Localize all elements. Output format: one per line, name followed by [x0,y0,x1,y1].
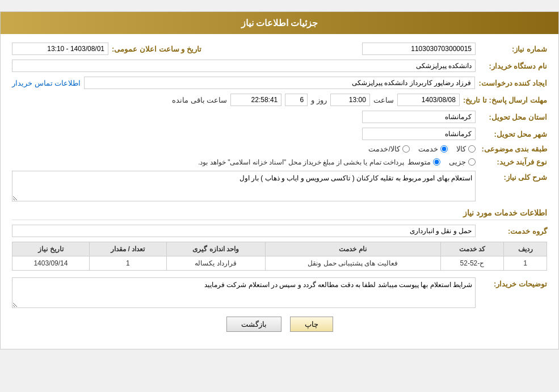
days-label: روز و [311,96,327,104]
remaining-label: ساعت باقی مانده [172,96,227,104]
category-row: طبقه بندی موضوعی: کالا خدمت کالا/خدمت [12,145,547,153]
announce-date-label: تاریخ و ساعت اعلان عمومی: [112,45,201,53]
days-input[interactable] [285,94,308,106]
province-label: استان محل تحویل: [479,113,547,121]
col-service-name: نام خدمت [265,242,440,256]
time-label: ساعت [373,96,394,104]
general-desc-label: شرح کلی نیاز: [479,171,547,182]
radio-jozei[interactable]: جزیی [449,158,476,166]
button-group: چاپ بازگشت [12,317,547,340]
purchase-type-row: نوع فرآیند خرید: جزیی متوسط پرداخت تمام … [12,158,547,166]
table-body: 1 ح-52-52 فعالیت های پشتیبانی حمل ونقل ق… [12,256,547,271]
announce-date-input[interactable] [12,43,108,55]
buyer-notes-label: توضیحات خریدار: [479,277,547,288]
request-number-input[interactable] [362,43,476,55]
buyer-org-input[interactable] [12,60,476,72]
province-row: استان محل تحویل: [12,111,547,123]
table-header: ردیف کد خدمت نام خدمت واحد اندازه گیری ت… [12,242,547,256]
cell-service-code: ح-52-52 [440,256,504,271]
requester-input[interactable] [84,77,475,89]
col-date: تاریخ نیاز [12,242,90,256]
radio-motavaset[interactable]: متوسط [407,158,440,166]
city-input[interactable] [362,128,476,140]
request-number-label: شماره نیاز: [479,45,547,53]
category-label: طبقه بندی موضوعی: [479,145,547,153]
col-service-code: کد خدمت [440,242,504,256]
contact-info-link[interactable]: اطلاعات تماس خریدار [12,79,81,87]
deadline-date-input[interactable] [397,94,460,106]
table-row: 1 ح-52-52 فعالیت های پشتیبانی حمل ونقل ق… [12,256,547,271]
deadline-label: مهلت ارسال پاسخ: تا تاریخ: [463,96,547,104]
buyer-org-label: نام دستگاه خریدار: [479,62,547,70]
general-desc-textarea[interactable]: استعلام بهای امور مربوط به تقلیه کارکنان… [12,171,476,201]
requester-label: ایجاد کننده درخواست: [478,79,547,87]
radio-kala[interactable]: کالا [456,145,476,153]
city-label: شهر محل تحویل: [479,130,547,138]
col-row-num: ردیف [504,242,547,256]
buyer-notes-section: توضیحات خریدار: شرایط استعلام بها پیوست … [12,277,547,308]
cell-row-num: 1 [504,256,547,271]
deadline-time-input[interactable] [330,94,370,106]
buyer-org-row: نام دستگاه خریدار: [12,60,547,72]
services-section-title: اطلاعات خدمات مورد نیاز [12,208,547,220]
general-desc-section: شرح کلی نیاز: استعلام بهای امور مربوط به… [12,171,547,201]
remaining-time-input[interactable] [230,94,281,106]
purchase-notice: پرداخت تمام یا بخشی از مبلغ خریداز محل "… [198,158,404,166]
page-title: جزئیات اطلاعات نیاز [241,18,318,28]
purchase-radio-group: جزیی متوسط [407,158,476,166]
col-quantity: تعداد / مقدار [89,242,166,256]
page-header: جزئیات اطلاعات نیاز [1,12,558,34]
province-input[interactable] [362,111,476,123]
radio-kala-khedmat[interactable]: کالا/خدمت [368,145,410,153]
radio-khedmat[interactable]: خدمت [418,145,448,153]
service-group-row: گروه خدمت: [12,225,547,237]
back-button[interactable]: بازگشت [226,317,281,332]
deadline-row: مهلت ارسال پاسخ: تا تاریخ: ساعت روز و سا… [12,94,547,106]
cell-date: 1403/09/14 [12,256,90,271]
col-unit: واحد اندازه گیری [166,242,265,256]
service-group-label: گروه خدمت: [479,227,547,235]
city-row: شهر محل تحویل: [12,128,547,140]
cell-quantity: 1 [89,256,166,271]
service-group-input[interactable] [12,225,476,237]
requester-row: ایجاد کننده درخواست: اطلاعات تماس خریدار [12,77,547,89]
services-table: ردیف کد خدمت نام خدمت واحد اندازه گیری ت… [12,242,547,271]
general-desc-row: شرح کلی نیاز: استعلام بهای امور مربوط به… [12,171,547,201]
purchase-type-label: نوع فرآیند خرید: [479,158,547,166]
request-number-row: شماره نیاز: تاریخ و ساعت اعلان عمومی: [12,43,547,55]
cell-service-name: فعالیت های پشتیبانی حمل ونقل [265,256,440,271]
buyer-notes-row: توضیحات خریدار: شرایط استعلام بها پیوست … [12,277,547,308]
print-button[interactable]: چاپ [290,317,333,332]
cell-unit: قرارداد یکساله [166,256,265,271]
category-radio-group: کالا خدمت کالا/خدمت [368,145,476,153]
buyer-notes-textarea[interactable]: شرایط استعلام بها پیوست میباشد لطفا به د… [12,277,476,308]
